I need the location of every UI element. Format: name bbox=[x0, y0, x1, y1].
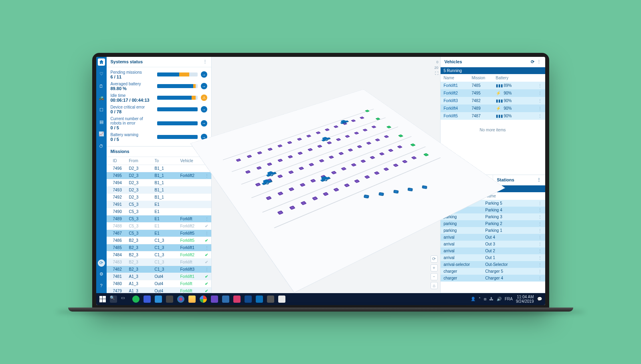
nav-clock[interactable]: ⏱ bbox=[98, 143, 105, 150]
row-menu-icon[interactable] bbox=[538, 262, 542, 267]
nav-clipboard[interactable]: 🗒 bbox=[98, 82, 105, 90]
taskbar-explorer-icon[interactable] bbox=[188, 296, 196, 303]
nav-home[interactable] bbox=[98, 58, 105, 66]
map-rotate-button[interactable]: ⟳ bbox=[431, 255, 438, 263]
row-menu-icon[interactable] bbox=[538, 228, 542, 233]
taskbar-taskview-icon[interactable]: ▭ bbox=[121, 296, 128, 303]
taskbar-app-icon[interactable] bbox=[211, 296, 218, 303]
nav-refresh[interactable]: ⟳ bbox=[98, 259, 105, 267]
vehicle-row[interactable]: Forklift2 7495 ⚡ 90% bbox=[441, 89, 545, 97]
device-row[interactable]: charger Charger 5 bbox=[441, 268, 545, 275]
nav-settings[interactable]: ⚙ bbox=[98, 271, 105, 278]
nav-help[interactable]: ? bbox=[98, 282, 105, 289]
col-battery[interactable]: Battery bbox=[496, 76, 542, 80]
mission-row[interactable]: 7492 D2_3 B1_1 bbox=[107, 194, 211, 201]
row-menu-icon[interactable] bbox=[205, 267, 209, 271]
taskbar-app-icon[interactable] bbox=[155, 296, 162, 303]
mission-row[interactable]: 7484 B2_3 C1_3 Forklift2 ✔ bbox=[107, 251, 211, 259]
row-menu-icon[interactable] bbox=[538, 215, 542, 219]
device-row[interactable]: charger Charger 4 bbox=[441, 275, 545, 282]
row-menu-icon[interactable] bbox=[538, 276, 542, 280]
taskbar-app-icon[interactable] bbox=[233, 296, 241, 303]
row-menu-icon[interactable] bbox=[538, 269, 542, 274]
map-zoom-out-button[interactable]: － bbox=[431, 273, 438, 280]
taskbar-app-icon[interactable] bbox=[278, 296, 285, 303]
vehicle-row[interactable]: Forklift5 7487 ▮▮▮ 90% bbox=[441, 112, 545, 120]
tray-lang[interactable]: FRA bbox=[505, 297, 513, 301]
row-menu-icon[interactable] bbox=[205, 245, 209, 250]
taskbar-app-icon[interactable] bbox=[256, 296, 263, 303]
row-menu-icon[interactable] bbox=[538, 221, 542, 226]
device-row[interactable]: arrival Out 1 bbox=[441, 254, 545, 261]
map-zoom-in-button[interactable]: ＋ bbox=[431, 264, 438, 271]
mission-row[interactable]: 7494 D2_3 B1_1 bbox=[107, 179, 211, 187]
col-name[interactable]: Name bbox=[444, 76, 472, 80]
mission-row[interactable]: 7491 C5_3 E1 bbox=[107, 201, 211, 208]
mission-row[interactable]: 7483 B2_3 C1_3 Forklift ✔ bbox=[107, 259, 211, 266]
row-menu-icon[interactable] bbox=[538, 91, 542, 95]
vehicle-row[interactable]: Forklift1 7485 ▮▮▮ 89% bbox=[441, 82, 545, 89]
tab-stations[interactable]: Stations bbox=[493, 175, 545, 185]
taskbar-search-icon[interactable]: 🔍 bbox=[110, 296, 117, 303]
device-row[interactable]: parking Parking 1 bbox=[441, 227, 545, 234]
panel-menu-icon[interactable] bbox=[537, 177, 541, 183]
col-mission[interactable]: Mission bbox=[472, 76, 496, 80]
row-menu-icon[interactable] bbox=[538, 255, 542, 260]
mission-row[interactable]: 7486 B2_3 C1_3 Forklift5 ✔ bbox=[107, 237, 211, 244]
device-row[interactable]: arrival Out 3 bbox=[441, 241, 545, 247]
tray-volume-icon[interactable]: 🔊 bbox=[497, 297, 501, 301]
nav-vehicle[interactable]: 🚜 bbox=[98, 95, 105, 102]
arrow-right-icon[interactable] bbox=[201, 120, 207, 127]
col-from[interactable]: From bbox=[129, 159, 155, 163]
taskbar-app-icon[interactable] bbox=[177, 296, 184, 303]
panel-menu-icon[interactable] bbox=[203, 59, 207, 64]
map-viewport[interactable]: 0 20 ⛶ ⟳ ＋ － ⌂ bbox=[212, 57, 440, 293]
arrow-right-icon[interactable] bbox=[201, 106, 207, 113]
taskbar-spotify-icon[interactable] bbox=[132, 296, 140, 303]
mission-row[interactable]: 7488 C5_3 E1 Forklift2 ✔ bbox=[107, 223, 211, 230]
tray-notifications-icon[interactable]: 💬 bbox=[537, 297, 542, 301]
row-menu-icon[interactable] bbox=[538, 201, 542, 205]
taskbar-app-icon[interactable] bbox=[222, 296, 229, 303]
mission-row[interactable]: 7495 D2_3 B1_1 Forklift2 bbox=[107, 172, 211, 179]
start-button[interactable] bbox=[99, 296, 106, 302]
row-menu-icon[interactable] bbox=[538, 114, 542, 118]
tray-people-icon[interactable]: 👤 bbox=[471, 297, 475, 301]
system-tray[interactable]: 👤 ˄ ⧈ 🖧 🔊 FRA 11:04 AM 9/24/2019 💬 bbox=[471, 295, 542, 304]
row-menu-icon[interactable] bbox=[205, 173, 209, 178]
panel-menu-icon[interactable] bbox=[537, 59, 541, 64]
vehicle-row[interactable]: Forklift4 7489 ⚡ 90% bbox=[441, 105, 545, 112]
mission-row[interactable]: 7490 C5_3 E1 bbox=[107, 208, 211, 215]
row-menu-icon[interactable] bbox=[538, 83, 542, 88]
map-reset-button[interactable]: ⌂ bbox=[431, 282, 438, 289]
col-to[interactable]: To bbox=[155, 159, 180, 163]
mission-row[interactable]: 7480 A1_3 Out4 Forklift ✔ bbox=[107, 280, 211, 288]
fullscreen-icon[interactable]: ⛶ bbox=[434, 71, 438, 75]
row-menu-icon[interactable] bbox=[538, 249, 542, 253]
mission-row[interactable]: 7489 C5_3 E1 Forklift bbox=[107, 215, 211, 223]
mission-row[interactable]: 7481 A1_3 Out4 Forklift1 ✔ bbox=[107, 273, 211, 280]
nav-chart[interactable]: 📈 bbox=[98, 131, 105, 138]
nav-box[interactable]: ☐ bbox=[98, 107, 105, 114]
mission-row[interactable]: 7482 B2_3 C1_3 Forklift3 bbox=[107, 266, 211, 273]
arrow-right-icon[interactable] bbox=[201, 71, 207, 78]
row-menu-icon[interactable] bbox=[205, 231, 209, 235]
nav-heart[interactable]: ♡ bbox=[98, 70, 105, 78]
taskbar-chrome-icon[interactable] bbox=[200, 296, 207, 303]
arrow-right-icon[interactable] bbox=[201, 83, 207, 89]
row-menu-icon[interactable] bbox=[205, 217, 209, 221]
mission-row[interactable]: 7493 D2_3 B1_1 bbox=[107, 187, 211, 194]
taskbar-app-icon[interactable] bbox=[144, 296, 151, 303]
row-menu-icon[interactable] bbox=[538, 99, 542, 103]
warning-icon[interactable] bbox=[201, 95, 207, 101]
taskbar-app-icon[interactable] bbox=[245, 296, 252, 303]
row-menu-icon[interactable] bbox=[538, 242, 542, 246]
row-menu-icon[interactable] bbox=[538, 106, 542, 111]
mission-row[interactable]: 7485 B2_3 C1_3 Forklift1 bbox=[107, 244, 211, 251]
taskbar-app-icon[interactable] bbox=[267, 296, 274, 303]
taskbar-app-icon[interactable] bbox=[166, 296, 173, 303]
device-row[interactable]: arrival Out 2 bbox=[441, 247, 545, 254]
tray-chevron-icon[interactable]: ˄ bbox=[479, 297, 481, 301]
mission-row[interactable]: 7487 C5_3 E1 Forklift5 bbox=[107, 230, 211, 237]
device-row[interactable]: parking Parking 2 bbox=[441, 220, 545, 227]
